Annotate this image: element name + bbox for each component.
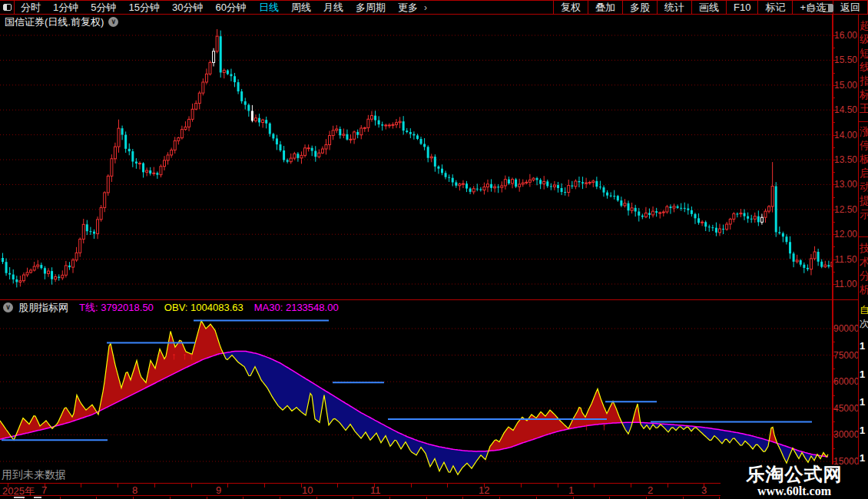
watermark-title: 乐淘公式网 [721,464,868,484]
vertical-ad-text-clipped: 分 [860,269,868,283]
panel-separator [0,299,858,300]
axis-tick [833,85,837,86]
title-bar: 国信证券(日线.前复权) ∨ [0,15,832,29]
axis-tick [833,172,835,173]
tab-15min[interactable]: 15分钟 [122,1,165,15]
tab-more[interactable]: 更多 [392,1,424,15]
date-tick [118,484,118,487]
date-label: 10 [302,484,313,496]
indicator-tline-value: T线: 3792018.50 [79,301,154,315]
tab-monthly[interactable]: 月线 [317,1,350,15]
tab-1min[interactable]: 1分钟 [47,1,84,15]
axis-tick [833,448,835,449]
vertical-ad-text-clipped: 停 [860,138,868,152]
watermark-url: www.60lt.com [721,484,868,497]
window-layout-icon[interactable] [0,1,15,14]
date-tick [447,484,448,487]
date-tick [521,484,522,487]
tab-weekly[interactable]: 周线 [285,1,317,15]
vertical-ad-text-clipped: 板 [860,152,868,166]
vertical-ad-text-clipped: 技 [860,241,868,255]
axis-tick [833,246,835,247]
button-tongji[interactable]: 统计 [657,1,691,14]
axis-tick [833,35,837,36]
buy-arrow-icon: ↑ [171,350,177,362]
axis-tick [833,60,837,61]
candlestick-chart[interactable] [0,29,832,301]
button-fanhui[interactable]: 返回 [833,1,868,14]
vertical-ad-text-clipped: 超 [860,18,868,32]
strip-number-clipped: 1 [860,453,865,464]
vertical-ad-text-clipped: 指 [860,74,868,88]
date-tick [594,484,595,487]
axis-tick [833,461,837,462]
obv-indicator-chart[interactable]: ↑↑↑↑↑ [0,315,832,482]
buy-arrow-icon: ↑ [182,350,187,362]
tab-5min[interactable]: 5分钟 [84,1,122,15]
tab-multi[interactable]: 多周期 [350,1,392,15]
price-axis-label: 13.00 [833,179,858,190]
date-label: 12 [479,484,489,496]
axis-tick [833,382,837,382]
diamond-icon[interactable]: ◇ [807,2,816,14]
button-duogu[interactable]: 多股 [622,1,657,14]
button-huaxian[interactable]: 画线 [691,1,726,14]
strip-number-clipped: 1 [860,425,865,436]
date-label: 7 [41,484,47,496]
axis-tick [833,272,835,273]
axis-tick [833,73,835,74]
axis-tick [833,342,835,342]
date-tick [154,484,155,487]
date-label: 3 [701,484,707,496]
axis-tick [833,135,837,136]
axis-tick [833,97,835,98]
button-f10[interactable]: F10 [726,1,757,14]
price-axis-label: 15.50 [833,55,858,65]
buy-arrow-icon: ↑ [584,421,589,432]
axis-tick [833,368,835,369]
tab-30min[interactable]: 30分钟 [166,1,209,15]
strip-divider [859,121,868,122]
price-axis-label: 12.50 [833,204,858,215]
date-label: 11 [370,484,381,496]
date-tick [631,484,631,487]
price-axis-label: 14.00 [833,130,858,140]
button-fuquan[interactable]: 复权 [553,1,588,14]
axis-tick [833,184,837,185]
clipped-text-fragment [34,497,41,498]
date-label: 2 [648,484,653,496]
price-axis-label: 12.00 [833,229,858,240]
strip-badge: 自 [860,304,868,316]
tab-fenshi[interactable]: 分时 [15,1,47,15]
date-tick [668,484,668,487]
chevron-down-icon[interactable]: ∨ [3,302,13,312]
date-tick [227,484,228,487]
stock-title: 国信证券(日线.前复权) [5,15,104,29]
chevron-down-icon[interactable]: ∨ [108,17,118,27]
price-axis-label: 14.50 [833,104,858,115]
tab-60min[interactable]: 60分钟 [209,1,252,15]
axis-tick [833,234,837,235]
panel-toggle-icon[interactable] [822,4,833,12]
tab-daily[interactable]: 日线 [253,1,285,15]
axis-tick [833,122,835,123]
axis-tick [833,329,837,329]
vertical-ad-text-clipped: 示 [860,207,868,221]
axis-tick [833,222,835,223]
clipped-text-fragment [14,497,25,498]
right-sidebar-strip[interactable]: 超级短线指标王涨停板启动提示技术分析自次111111 [858,15,868,499]
indicator-header: ∨ 股朋指标网 T线: 3792018.50 OBV: 1004083.63 M… [0,300,832,315]
button-biaoji[interactable]: 标记 [757,1,792,14]
title-icons: ◇ [807,2,833,14]
more-chevron-icon[interactable]: › [424,2,432,13]
date-tick [81,484,81,487]
vertical-ad-text-clipped: 术 [860,255,868,269]
date-tick [337,484,338,487]
axis-tick [833,421,835,422]
button-diejia[interactable]: 叠加 [588,1,622,14]
axis-tick [833,435,837,435]
vertical-ad-text-clipped: 析 [860,283,868,296]
strip-number-clipped: 1 [860,397,865,408]
price-axis-label: 15.00 [833,80,858,91]
vertical-ad-text-clipped: 提 [860,193,868,207]
